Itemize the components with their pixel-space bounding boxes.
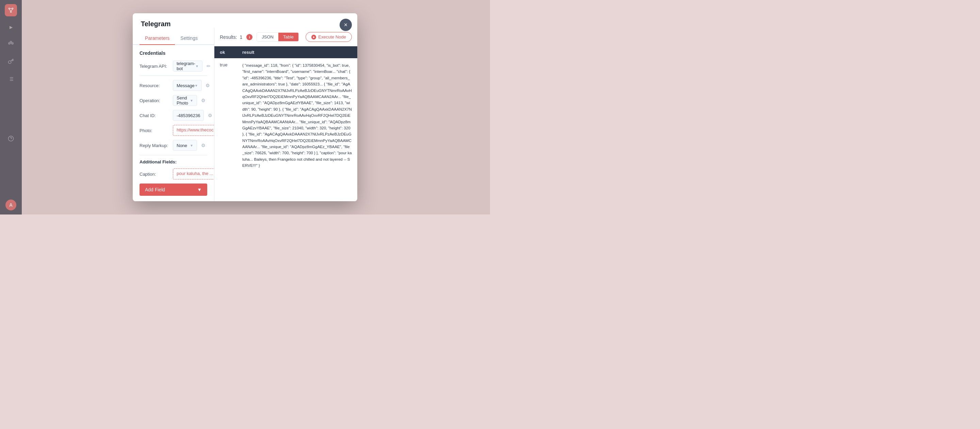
operation-dropdown[interactable]: Send Photo ▼	[173, 95, 197, 106]
reply-markup-input-group: None ▼ ⚙	[173, 140, 207, 151]
view-json-button[interactable]: JSON	[257, 33, 278, 41]
table-body: true { "message_id": 118, "from": { "id"…	[215, 58, 357, 201]
resource-chevron: ▼	[195, 84, 198, 88]
operation-row: Operation: Send Photo ▼ ⚙	[140, 95, 207, 106]
left-panel: Parameters Settings Credentials Telegram…	[133, 28, 215, 201]
telegram-api-label: Telegram API:	[140, 64, 170, 69]
view-table-button[interactable]: Table	[278, 33, 298, 41]
cell-ok: true	[220, 62, 237, 197]
operation-input-group: Send Photo ▼ ⚙	[173, 95, 207, 106]
reply-markup-gear-button[interactable]: ⚙	[199, 141, 207, 150]
node-modal: Telegram × Parameters Settings Credentia…	[133, 13, 357, 201]
resource-dropdown[interactable]: Message ▼	[173, 80, 202, 91]
reply-markup-dropdown[interactable]: None ▼	[173, 140, 197, 151]
chat-id-row: Chat ID: -485396236 ⚙	[140, 110, 207, 121]
modal-overlay: Telegram × Parameters Settings Credentia…	[0, 0, 490, 215]
resource-input-group: Message ▼ ⚙	[173, 80, 212, 91]
resource-gear-button[interactable]: ⚙	[204, 81, 212, 89]
tabs-container: Parameters Settings	[133, 32, 214, 45]
operation-label: Operation:	[140, 98, 170, 103]
col-result-header: result	[242, 50, 254, 55]
additional-fields-title: Additional Fields:	[140, 159, 207, 164]
photo-input-group: https://www.thecoc... ⚙	[173, 125, 214, 136]
chat-id-input[interactable]: -485396236	[173, 110, 204, 121]
parameters-content: Credentials Telegram API: telegram-bot ▼…	[133, 45, 214, 201]
reply-markup-label: Reply Markup:	[140, 143, 170, 148]
chat-id-gear-button[interactable]: ⚙	[206, 111, 214, 120]
table-header: ok result	[215, 46, 357, 58]
divider-2	[140, 155, 207, 155]
tab-settings[interactable]: Settings	[175, 32, 203, 45]
resource-row: Resource: Message ▼ ⚙	[140, 80, 207, 91]
right-panel: Results: 1 i JSON Table ▶ Execute Node	[215, 28, 357, 201]
col-ok-header: ok	[220, 50, 237, 55]
caption-label: Caption:	[140, 172, 170, 177]
cell-result: { "message_id": 118, "from": { "id": 137…	[242, 62, 352, 197]
telegram-api-chevron: ▼	[195, 64, 199, 68]
tab-parameters[interactable]: Parameters	[140, 32, 175, 45]
modal-close-button[interactable]: ×	[340, 19, 352, 31]
results-header: Results: 1 i JSON Table ▶ Execute Node	[215, 28, 357, 46]
modal-body: Parameters Settings Credentials Telegram…	[133, 28, 357, 201]
modal-header: Telegram ×	[133, 13, 357, 28]
view-toggle: JSON Table	[256, 32, 299, 41]
photo-row: Photo: https://www.thecoc... ⚙	[140, 125, 207, 136]
chat-id-input-group: -485396236 ⚙	[173, 110, 214, 121]
reply-markup-chevron: ▼	[190, 144, 193, 147]
modal-title: Telegram	[141, 20, 170, 28]
info-icon[interactable]: i	[247, 34, 253, 40]
caption-input-group: pour kaluha, the ... ⚙	[173, 169, 214, 179]
caption-row: Caption: pour kaluha, the ... ⚙	[140, 169, 207, 179]
reply-markup-row: Reply Markup: None ▼ ⚙	[140, 140, 207, 151]
execute-node-button[interactable]: ▶ Execute Node	[305, 32, 352, 42]
execute-play-icon: ▶	[311, 35, 316, 40]
telegram-api-edit-button[interactable]: ✏	[205, 62, 213, 70]
results-label: Results: 1	[220, 34, 242, 40]
credentials-section-title: Credentials	[140, 50, 207, 56]
add-field-button[interactable]: Add Field ▼	[140, 183, 207, 196]
operation-gear-button[interactable]: ⚙	[199, 96, 207, 105]
add-field-chevron-icon: ▼	[197, 187, 202, 192]
telegram-api-row: Telegram API: telegram-bot ▼ ✏	[140, 61, 207, 72]
chat-id-label: Chat ID:	[140, 113, 170, 118]
photo-input[interactable]: https://www.thecoc...	[173, 125, 214, 136]
photo-label: Photo:	[140, 128, 170, 133]
resource-label: Resource:	[140, 83, 170, 88]
operation-chevron: ▼	[190, 99, 193, 102]
telegram-api-input-group: telegram-bot ▼ ✏	[173, 61, 213, 72]
caption-input[interactable]: pour kaluha, the ...	[173, 169, 214, 179]
telegram-api-dropdown[interactable]: telegram-bot ▼	[173, 61, 202, 72]
